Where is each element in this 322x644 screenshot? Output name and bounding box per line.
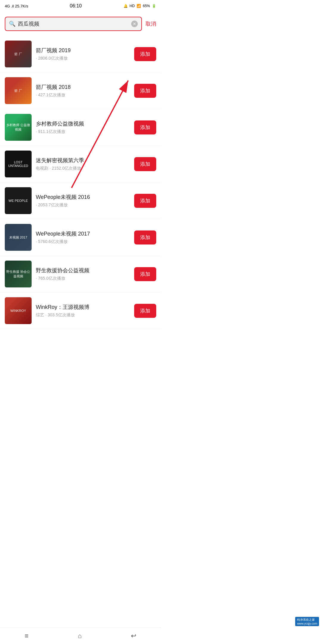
item-meta-8: 综艺 · 303.5亿次播放 bbox=[36, 312, 130, 318]
list-item: 乡村教师 公益微视频 乡村教师公益微视频 · 911.1亿次播放 添加 bbox=[0, 109, 161, 146]
cancel-button[interactable]: 取消 bbox=[145, 20, 156, 27]
list-item: 野生救援 协会公益视频 野生救援协会公益视频 · 765.0亿次播放 添加 bbox=[0, 256, 161, 292]
thumb-label-4: LOST UNTANGLED bbox=[5, 151, 32, 177]
search-box[interactable]: 🔍 西瓜视频 ✕ bbox=[5, 17, 142, 31]
list-item: WE PEOPLE WePeople未视频 2016 · 2053.7亿次播放 … bbox=[0, 182, 161, 219]
list-item: WINKROY WinkRoy：王源视频博 综艺 · 303.5亿次播放 添加 bbox=[0, 292, 161, 329]
list-item: 未视频 2017 WePeople未视频 2017 · 5760.6亿次播放 添… bbox=[0, 219, 161, 256]
item-title-5: WePeople未视频 2016 bbox=[36, 193, 130, 201]
search-icon: 🔍 bbox=[9, 21, 16, 27]
add-button-4[interactable]: 添加 bbox=[134, 157, 156, 171]
item-meta-5: · 2053.7亿次播放 bbox=[36, 202, 130, 208]
battery-icon: 🔋 bbox=[152, 4, 156, 8]
thumbnail-8: WINKROY bbox=[5, 297, 32, 324]
status-bar: 4G .il 25.7K/s 06:10 🔔 HD 📶 65% 🔋 bbox=[0, 0, 161, 12]
add-button-7[interactable]: 添加 bbox=[134, 267, 156, 281]
thumb-label-2: 箭 厂 bbox=[5, 77, 32, 104]
item-info-8: WinkRoy：王源视频博 综艺 · 303.5亿次播放 bbox=[36, 304, 130, 318]
item-meta-1: · 2806.0亿次播放 bbox=[36, 56, 130, 61]
search-container: 🔍 西瓜视频 ✕ 取消 bbox=[0, 12, 161, 36]
item-title-1: 箭厂视频 2019 bbox=[36, 47, 130, 54]
network-indicator: 4G .il bbox=[5, 4, 14, 8]
item-info-5: WePeople未视频 2016 · 2053.7亿次播放 bbox=[36, 193, 130, 208]
thumb-label-7: 野生救援 协会公益视频 bbox=[5, 261, 32, 287]
battery-level: 65% bbox=[143, 4, 150, 8]
item-title-7: 野生救援协会公益视频 bbox=[36, 267, 130, 274]
item-title-8: WinkRoy：王源视频博 bbox=[36, 304, 130, 311]
search-results-list: 箭 厂 箭厂视频 2019 · 2806.0亿次播放 添加 箭 厂 箭厂视频 2… bbox=[0, 36, 161, 347]
item-meta-3: · 911.1亿次播放 bbox=[36, 129, 130, 134]
thumbnail-7: 野生救援 协会公益视频 bbox=[5, 261, 32, 287]
add-button-1[interactable]: 添加 bbox=[134, 47, 156, 61]
list-item: 箭 厂 箭厂视频 2018 · 427.1亿次播放 添加 bbox=[0, 72, 161, 109]
thumbnail-3: 乡村教师 公益微视频 bbox=[5, 114, 32, 141]
item-meta-2: · 427.1亿次播放 bbox=[36, 92, 130, 98]
search-input[interactable]: 西瓜视频 bbox=[18, 20, 129, 27]
item-info-1: 箭厂视频 2019 · 2806.0亿次播放 bbox=[36, 47, 130, 61]
network-speed: 25.7K/s bbox=[15, 4, 28, 8]
add-button-3[interactable]: 添加 bbox=[134, 120, 156, 134]
status-time: 06:10 bbox=[70, 3, 82, 9]
thumb-label-5: WE PEOPLE bbox=[5, 187, 32, 214]
item-info-6: WePeople未视频 2017 · 5760.6亿次播放 bbox=[36, 230, 130, 244]
item-meta-7: · 765.0亿次播放 bbox=[36, 276, 130, 281]
thumb-label-8: WINKROY bbox=[5, 297, 32, 324]
thumbnail-5: WE PEOPLE bbox=[5, 187, 32, 214]
item-info-4: 迷失解密视频第六季 电视剧 · 2152.0亿次播放 bbox=[36, 157, 130, 171]
list-item: 箭 厂 箭厂视频 2019 · 2806.0亿次播放 添加 bbox=[0, 36, 161, 72]
add-button-6[interactable]: 添加 bbox=[134, 230, 156, 244]
bell-icon: 🔔 bbox=[123, 4, 128, 8]
wifi-icon: 📶 bbox=[137, 4, 141, 8]
thumbnail-2: 箭 厂 bbox=[5, 77, 32, 104]
thumb-label-3: 乡村教师 公益微视频 bbox=[5, 114, 32, 141]
status-left: 4G .il 25.7K/s bbox=[5, 4, 28, 8]
thumbnail-1: 箭 厂 bbox=[5, 41, 32, 67]
add-button-5[interactable]: 添加 bbox=[134, 194, 156, 208]
item-info-7: 野生救援协会公益视频 · 765.0亿次播放 bbox=[36, 267, 130, 281]
add-button-8[interactable]: 添加 bbox=[134, 304, 156, 318]
item-meta-6: · 5760.6亿次播放 bbox=[36, 239, 130, 244]
search-clear-button[interactable]: ✕ bbox=[131, 21, 138, 27]
item-info-2: 箭厂视频 2018 · 427.1亿次播放 bbox=[36, 83, 130, 98]
item-meta-4: 电视剧 · 2152.0亿次播放 bbox=[36, 166, 130, 171]
item-title-2: 箭厂视频 2018 bbox=[36, 83, 130, 91]
item-title-4: 迷失解密视频第六季 bbox=[36, 157, 130, 164]
hd-badge: HD bbox=[130, 4, 135, 8]
thumbnail-6: 未视频 2017 bbox=[5, 224, 32, 251]
item-title-3: 乡村教师公益微视频 bbox=[36, 120, 130, 127]
add-button-2[interactable]: 添加 bbox=[134, 84, 156, 98]
item-title-6: WePeople未视频 2017 bbox=[36, 230, 130, 237]
item-info-3: 乡村教师公益微视频 · 911.1亿次播放 bbox=[36, 120, 130, 134]
list-item: LOST UNTANGLED 迷失解密视频第六季 电视剧 · 2152.0亿次播… bbox=[0, 146, 161, 182]
thumbnail-4: LOST UNTANGLED bbox=[5, 151, 32, 177]
status-right: 🔔 HD 📶 65% 🔋 bbox=[123, 4, 156, 8]
thumb-label-1: 箭 厂 bbox=[5, 41, 32, 67]
thumb-label-6: 未视频 2017 bbox=[5, 224, 32, 251]
